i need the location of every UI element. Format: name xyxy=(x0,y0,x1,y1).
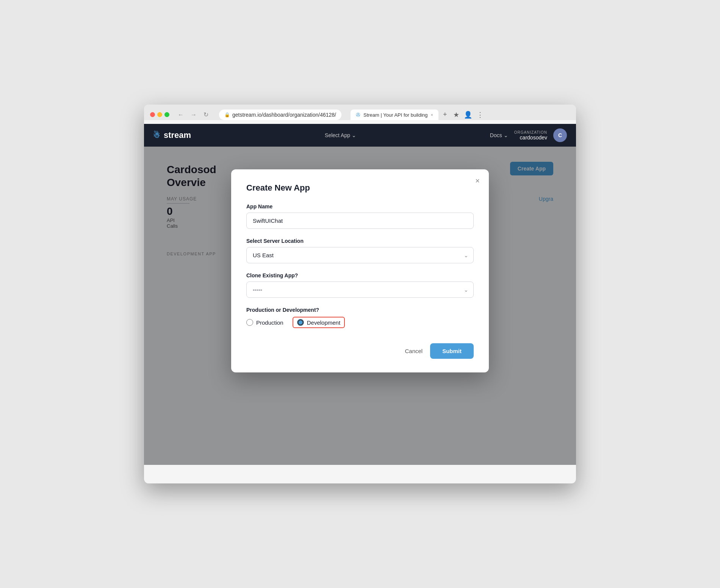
docs-button[interactable]: Docs ⌄ xyxy=(490,132,508,138)
modal-overlay: Create New App × App Name Select Server … xyxy=(144,147,576,465)
org-info: ORGANIZATION cardosodev xyxy=(514,130,547,141)
org-name: cardosodev xyxy=(514,134,547,141)
app-container: ☃ stream Select App ⌄ Docs ⌄ ORGANIZATIO… xyxy=(144,124,576,465)
development-radio[interactable] xyxy=(297,319,304,326)
clone-select[interactable]: ----- xyxy=(246,281,474,298)
environment-group: Production or Development? Production De… xyxy=(246,307,474,328)
tab-close-button[interactable]: × xyxy=(431,113,433,117)
create-app-modal: Create New App × App Name Select Server … xyxy=(231,169,489,372)
clone-select-wrapper: ----- ⌄ xyxy=(246,281,474,298)
back-button[interactable]: ← xyxy=(176,111,185,119)
cancel-button[interactable]: Cancel xyxy=(405,348,423,354)
avatar[interactable]: C xyxy=(553,128,567,142)
close-traffic-light[interactable] xyxy=(150,112,155,117)
browser-nav-buttons: ← → ↻ xyxy=(176,110,210,119)
browser-nav-left: ← → ↻ 🔒 getstream.io/dashboard/organizat… xyxy=(172,109,341,120)
reload-button[interactable]: ↻ xyxy=(202,110,210,119)
app-name-input[interactable] xyxy=(246,213,474,229)
select-app-chevron: ⌄ xyxy=(352,132,356,138)
modal-title: Create New App xyxy=(246,183,474,193)
docs-chevron: ⌄ xyxy=(504,132,508,138)
profile-icon[interactable]: 👤 xyxy=(464,111,472,119)
server-location-select-wrapper: US East EU West Asia Pacific ⌄ xyxy=(246,247,474,263)
address-bar[interactable]: 🔒 getstream.io/dashboard/organization/46… xyxy=(219,109,341,120)
lock-icon: 🔒 xyxy=(224,112,230,117)
modal-footer: Cancel Submit xyxy=(246,343,474,359)
org-label: ORGANIZATION xyxy=(514,130,547,134)
nav-right: Docs ⌄ ORGANIZATION cardosodev C xyxy=(490,128,567,142)
modal-close-button[interactable]: × xyxy=(475,177,480,185)
development-radio-label[interactable]: Development xyxy=(297,319,340,326)
bookmark-icon[interactable]: ★ xyxy=(453,111,459,119)
forward-button[interactable]: → xyxy=(189,111,198,119)
clone-app-group: Clone Existing App? ----- ⌄ xyxy=(246,272,474,298)
browser-chrome: ← → ↻ 🔒 getstream.io/dashboard/organizat… xyxy=(144,105,576,120)
traffic-lights xyxy=(150,112,169,117)
app-name-label: App Name xyxy=(246,203,474,210)
select-app-button[interactable]: Select App ⌄ xyxy=(325,132,356,138)
menu-icon[interactable]: ⋮ xyxy=(477,111,484,119)
browser-controls: ← → ↻ 🔒 getstream.io/dashboard/organizat… xyxy=(150,109,570,120)
active-tab[interactable]: ✇ Stream | Your API for building × xyxy=(351,109,438,120)
minimize-traffic-light[interactable] xyxy=(157,112,162,117)
development-highlight: Development xyxy=(293,317,345,328)
production-radio[interactable] xyxy=(246,319,253,326)
browser-window: ← → ↻ 🔒 getstream.io/dashboard/organizat… xyxy=(144,105,576,483)
server-location-select[interactable]: US East EU West Asia Pacific xyxy=(246,247,474,263)
stream-logo-icon: ☃ xyxy=(153,131,160,140)
new-tab-button[interactable]: + xyxy=(440,109,450,120)
radio-group: Production Development xyxy=(246,317,474,328)
tab-bar: ✇ Stream | Your API for building × + xyxy=(351,109,450,120)
clone-label: Clone Existing App? xyxy=(246,272,474,278)
tab-favicon: ✇ xyxy=(356,112,360,118)
top-nav: ☃ stream Select App ⌄ Docs ⌄ ORGANIZATIO… xyxy=(144,124,576,147)
select-app-label: Select App xyxy=(325,132,350,138)
main-content: Cardosod Overvie Create App May Usage 0 … xyxy=(144,147,576,465)
brand: ☃ stream xyxy=(153,130,191,140)
submit-button[interactable]: Submit xyxy=(430,343,474,359)
app-name-group: App Name xyxy=(246,203,474,229)
url-text: getstream.io/dashboard/organization/4612… xyxy=(232,112,336,118)
production-label: Production xyxy=(256,319,283,326)
environment-label: Production or Development? xyxy=(246,307,474,313)
docs-label: Docs xyxy=(490,132,502,138)
tab-title: Stream | Your API for building xyxy=(363,112,428,118)
brand-name: stream xyxy=(164,130,191,140)
browser-actions: ★ 👤 ⋮ xyxy=(453,111,484,119)
server-location-group: Select Server Location US East EU West A… xyxy=(246,238,474,263)
production-radio-label[interactable]: Production xyxy=(246,319,283,326)
development-label: Development xyxy=(307,319,340,326)
server-location-label: Select Server Location xyxy=(246,238,474,244)
maximize-traffic-light[interactable] xyxy=(164,112,169,117)
